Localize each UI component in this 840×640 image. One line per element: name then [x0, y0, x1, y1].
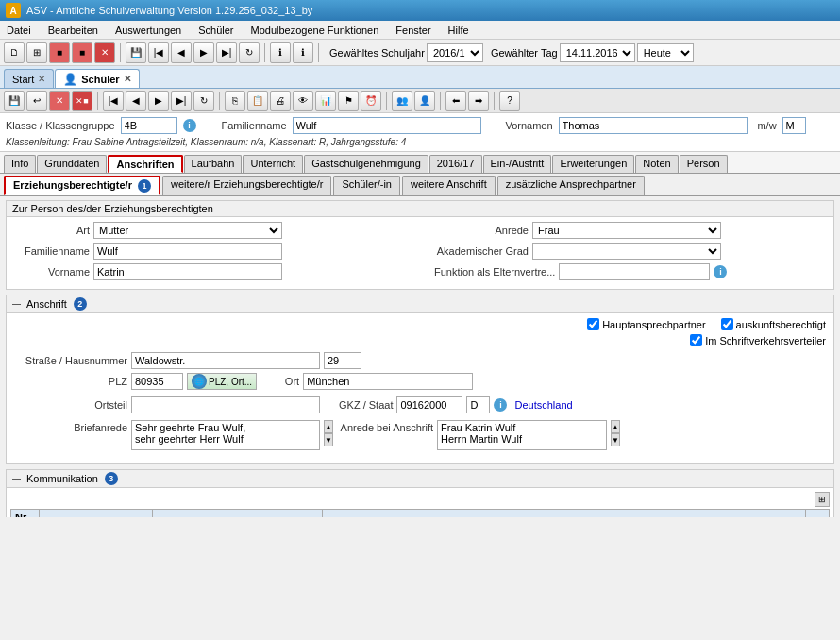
tb-first[interactable]: |◀ [148, 42, 169, 63]
ortsteil-input[interactable] [131, 396, 320, 413]
klasse-info-icon[interactable]: i [183, 119, 196, 132]
menu-fenster[interactable]: Fenster [393, 24, 433, 37]
tab-einaustritt[interactable]: Ein-/Austritt [483, 155, 552, 173]
main-tabs: Info Grunddaten Anschriften Laufbahn Unt… [0, 152, 840, 174]
tb2-paste[interactable]: 📋 [247, 91, 268, 111]
tb2-eye[interactable]: 👁 [293, 91, 313, 111]
staat-info-icon[interactable]: i [494, 398, 507, 412]
tb-red3[interactable]: ✕ [94, 42, 115, 63]
menu-bearbeiten[interactable]: Bearbeiten [45, 24, 101, 37]
tab-anschriften[interactable]: Anschriften [108, 155, 182, 173]
tb-save[interactable]: 💾 [126, 42, 146, 63]
ort-input[interactable] [303, 373, 473, 390]
tab-schueler[interactable]: 👤 Schüler ✕ [55, 69, 139, 88]
gkz-input[interactable] [396, 396, 462, 413]
brief-scroll-down[interactable]: ▼ [324, 433, 333, 446]
tb2-clock[interactable]: ⏰ [361, 91, 381, 111]
menu-schueler[interactable]: Schüler [195, 24, 236, 37]
vornamen-input[interactable] [559, 117, 748, 134]
plz-btn[interactable]: 🌐 PLZ, Ort... [187, 373, 257, 390]
anr-scroll-down[interactable]: ▼ [611, 433, 620, 446]
cb-schrift-input[interactable] [690, 334, 702, 346]
funk-input[interactable] [559, 263, 710, 280]
staat-code-input[interactable] [466, 396, 490, 413]
akad-select[interactable] [532, 243, 721, 260]
menu-modulbezogene[interactable]: Modulbezogene Funktionen [248, 24, 382, 37]
gkz-row: GKZ / Staat i Deutschland [339, 396, 573, 413]
tab-info[interactable]: Info [4, 155, 36, 173]
art-select[interactable]: Mutter [93, 222, 282, 239]
menu-datei[interactable]: Datei [4, 24, 34, 37]
tb2-undo[interactable]: ↩ [26, 91, 47, 111]
plz-input[interactable] [131, 373, 183, 390]
cb-auskunft-input[interactable] [721, 318, 733, 330]
tb2-print[interactable]: 🖨 [270, 91, 291, 111]
funk-info-icon[interactable]: i [714, 265, 727, 278]
heute-select[interactable]: Heute [637, 43, 694, 62]
subtab-weitere-anschrift[interactable]: weitere Anschrift [402, 176, 496, 195]
tb-grid[interactable]: ⊞ [26, 42, 47, 63]
klasse-input[interactable] [121, 117, 177, 134]
tab-erweiterungen[interactable]: Erweiterungen [552, 155, 634, 173]
tab-schueler-close[interactable]: ✕ [124, 74, 131, 84]
hausnr-input[interactable] [324, 352, 361, 369]
tb-red2[interactable]: ■ [72, 42, 92, 63]
familienname-input[interactable] [293, 117, 481, 134]
tab-start[interactable]: Start ✕ [4, 69, 54, 88]
tb-refresh[interactable]: ↻ [239, 42, 260, 63]
tab-unterricht[interactable]: Unterricht [243, 155, 303, 173]
subtab-schueler[interactable]: Schüler/-in [333, 176, 400, 195]
mw-input[interactable] [782, 117, 806, 134]
tb-prev[interactable]: ◀ [171, 42, 192, 63]
tb2-people[interactable]: 👥 [392, 91, 412, 111]
tb-info2[interactable]: ℹ [293, 42, 313, 63]
tb2-refresh[interactable]: ↻ [193, 91, 214, 111]
tb2-chart[interactable]: 📊 [315, 91, 336, 111]
tb2-nav1[interactable]: |◀ [103, 91, 124, 111]
strasse-input[interactable] [131, 352, 320, 369]
menu-auswertungen[interactable]: Auswertungen [112, 24, 184, 37]
tb2-nav2[interactable]: ◀ [126, 91, 146, 111]
tb-last[interactable]: ▶| [216, 42, 237, 63]
briefanrede-textarea[interactable]: Sehr geehrte Frau Wulf, sehr geehrter He… [131, 420, 320, 450]
subtab-zusaetzlich[interactable]: zusätzliche Ansprechpartner [497, 176, 645, 195]
tb-red1[interactable]: ■ [49, 42, 70, 63]
tb-next[interactable]: ▶ [193, 42, 214, 63]
subtab-weitere-erz[interactable]: weitere/r Erziehungsberechtigte/r [162, 176, 331, 195]
tb-new[interactable]: 🗋 [4, 42, 25, 63]
tb2-save[interactable]: 💾 [4, 91, 25, 111]
title-bar-text: ASV - Amtliche Schulverwaltung Version 1… [26, 5, 312, 16]
tb2-flag[interactable]: ⚑ [338, 91, 359, 111]
tab-laufbahn[interactable]: Laufbahn [184, 155, 243, 173]
schuljahr-select[interactable]: 2016/17 [427, 43, 483, 62]
tb-info[interactable]: ℹ [270, 42, 291, 63]
anrede-anschrift-textarea[interactable]: Frau Katrin Wulf Herrn Martin Wulf [437, 420, 607, 450]
tb2-help[interactable]: ? [499, 91, 520, 111]
tb2-del[interactable]: ✕ [49, 91, 70, 111]
tag-select[interactable]: 14.11.2016 [560, 43, 635, 62]
tb2-nav4[interactable]: ▶| [171, 91, 192, 111]
tab-person[interactable]: Person [680, 155, 728, 173]
anrede-select[interactable]: Frau [532, 222, 721, 239]
subtab-erzberechtigte[interactable]: Erziehungsberechtigte/r 1 [4, 176, 160, 195]
brief-scroll-up[interactable]: ▲ [324, 420, 333, 433]
anr-scroll-up[interactable]: ▲ [611, 420, 620, 433]
vorn-input[interactable] [93, 263, 282, 280]
tab-grunddaten[interactable]: Grunddaten [37, 155, 107, 173]
tab-2016[interactable]: 2016/17 [429, 155, 482, 173]
tab-gastschul[interactable]: Gastschulgenehmigung [304, 155, 428, 173]
tab-noten[interactable]: Noten [635, 155, 678, 173]
tb2-copy[interactable]: ⎘ [225, 91, 245, 111]
toolbar1: 🗋 ⊞ ■ ■ ✕ 💾 |◀ ◀ ▶ ▶| ↻ ℹ ℹ Gewähltes Sc… [0, 40, 840, 66]
tb2-arrow1[interactable]: ⬅ [445, 91, 466, 111]
sep5 [219, 92, 220, 110]
tb2-nav3[interactable]: ▶ [148, 91, 169, 111]
tb2-arrow2[interactable]: ➡ [468, 91, 489, 111]
add-comm-btn[interactable]: ⊞ [815, 492, 830, 507]
tab-start-close[interactable]: ✕ [38, 74, 45, 84]
tb2-person[interactable]: 👤 [414, 91, 435, 111]
tb2-x[interactable]: ✕■ [72, 91, 92, 111]
fam-input[interactable] [93, 243, 282, 260]
menu-hilfe[interactable]: Hilfe [445, 24, 472, 37]
cb-haupt-input[interactable] [587, 318, 599, 330]
